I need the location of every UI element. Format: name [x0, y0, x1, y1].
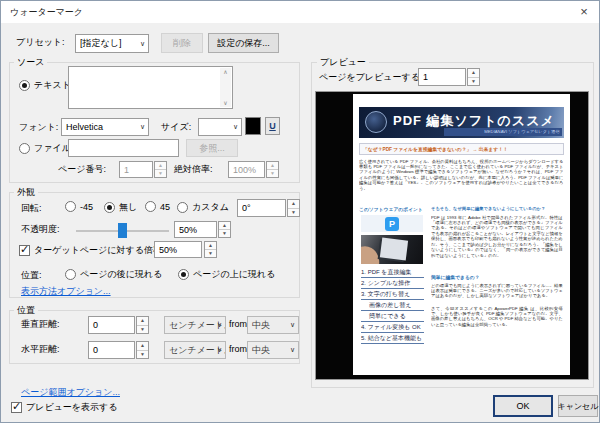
- size-label: サイズ:: [161, 122, 191, 133]
- vertical-unit-select[interactable]: センチメートル ∨: [164, 316, 226, 334]
- spin-down-icon[interactable]: ▼: [219, 229, 230, 237]
- checkbox-icon: ✓: [19, 245, 30, 256]
- opacity-slider-thumb[interactable]: [118, 223, 127, 238]
- above-page-radio[interactable]: ページの上に現れる: [178, 268, 275, 281]
- close-icon[interactable]: ×: [575, 3, 593, 21]
- spin-down-icon[interactable]: ▼: [155, 169, 166, 177]
- font-label: フォント:: [19, 122, 58, 133]
- vertical-distance-label: 垂直距離:: [21, 319, 60, 330]
- spin-up-icon[interactable]: ▲: [155, 162, 166, 169]
- underline-button[interactable]: U: [265, 117, 280, 135]
- behind-page-radio[interactable]: ページの後に現れる: [65, 268, 162, 281]
- rotation-neg45-radio[interactable]: -45: [65, 201, 93, 212]
- list-item: 簡単にできる: [361, 311, 424, 322]
- watermark-text-input[interactable]: ∧ ∨: [68, 66, 233, 109]
- spin-up-icon[interactable]: ▲: [267, 162, 278, 169]
- page-headline-box: 「なぜ？PDF ファイルを直接編集できないの？」 → 出来ます！！: [359, 143, 564, 155]
- page-body-1: PDF は 1993 年に Adobe 社で開発されたファイル形式だ。特性は「環…: [431, 215, 563, 271]
- textarea-scrollbar[interactable]: ∧ ∨: [220, 68, 231, 107]
- file-path-input[interactable]: [68, 139, 179, 157]
- spin-down-icon[interactable]: ▼: [205, 249, 216, 257]
- vertical-distance-input[interactable]: 0: [88, 316, 135, 334]
- preset-label: プリセット:: [16, 37, 65, 48]
- spin-up-icon[interactable]: ▲: [468, 69, 479, 77]
- spin-down-icon[interactable]: ▼: [288, 208, 299, 217]
- position-group-label: 位置: [14, 305, 38, 315]
- save-settings-button[interactable]: 設定の保存...: [208, 33, 279, 53]
- rotation-custom-radio[interactable]: カスタム: [177, 201, 229, 214]
- abs-scale-label: 絶対倍率:: [174, 164, 213, 175]
- font-select[interactable]: Helvetica ∨: [61, 118, 149, 136]
- spin-up-icon[interactable]: ▲: [137, 342, 148, 350]
- preview-page-input[interactable]: 1: [418, 68, 466, 86]
- size-select[interactable]: ∨: [198, 118, 242, 136]
- page-body-2: どの環境でも同じように表示されずに困っているファイル…。結果は表示は簡単にできる…: [431, 283, 563, 303]
- opacity-input[interactable]: 50%: [174, 221, 217, 238]
- check-icon: ✓: [12, 400, 21, 413]
- preview-pane[interactable]: PDF 編集ソフトのススメ MEDIANAVI ソフトウェアセレクト通信 「なぜ…: [315, 91, 589, 380]
- text-radio[interactable]: テキスト:: [19, 79, 73, 92]
- page-banner: PDF 編集ソフトのススメ MEDIANAVI ソフトウェアセレクト通信: [359, 107, 564, 138]
- rotation-45-radio[interactable]: 45: [145, 201, 170, 212]
- ok-button[interactable]: OK: [493, 395, 553, 417]
- chevron-down-icon: ∨: [217, 321, 222, 329]
- target-scale-input[interactable]: 50%: [154, 241, 202, 258]
- chevron-down-icon: ∨: [290, 346, 295, 354]
- list-item: 3. 文字の打ち替え: [361, 289, 424, 300]
- horizontal-unit-select[interactable]: センチメートル ∨: [164, 341, 226, 359]
- source-group-label: ソース: [14, 57, 47, 67]
- checkbox-icon: ✓: [11, 402, 22, 413]
- page-number-input[interactable]: 1: [119, 161, 153, 178]
- file-radio[interactable]: ファイル:: [19, 142, 73, 155]
- spin-up-icon[interactable]: ▲: [288, 200, 299, 208]
- opacity-stepper[interactable]: ▲ ▼: [218, 221, 231, 238]
- app-logo-box: P: [361, 215, 423, 232]
- target-scale-checkbox[interactable]: ✓ ターゲットページに対する倍率: [19, 244, 162, 257]
- cancel-button[interactable]: キャンセル: [558, 395, 598, 417]
- check-icon: ✓: [20, 243, 29, 256]
- appearance-group-label: 外観: [14, 187, 38, 197]
- page-number-label: ページ番号:: [58, 164, 106, 175]
- layer-position-label: 位置:: [21, 270, 42, 281]
- page-number-stepper[interactable]: ▲ ▼: [154, 161, 167, 178]
- rotation-angle-stepper[interactable]: ▲ ▼: [287, 199, 300, 217]
- spin-down-icon[interactable]: ▼: [137, 350, 148, 359]
- horizontal-distance-input[interactable]: 0: [88, 341, 135, 359]
- spin-up-icon[interactable]: ▲: [219, 222, 230, 229]
- rotation-angle-input[interactable]: 0°: [237, 199, 286, 217]
- target-scale-stepper[interactable]: ▲ ▼: [204, 241, 217, 258]
- chevron-down-icon: ∨: [217, 346, 222, 354]
- display-options-link[interactable]: 表示方法オプション...: [21, 285, 111, 298]
- horizontal-origin-select[interactable]: 中央 ∨: [247, 341, 299, 359]
- horizontal-distance-stepper[interactable]: ▲ ▼: [136, 341, 149, 359]
- preview-page-stepper[interactable]: ▲ ▼: [467, 68, 480, 86]
- delete-preset-button[interactable]: 削除: [161, 33, 203, 53]
- vertical-distance-stepper[interactable]: ▲ ▼: [136, 316, 149, 334]
- window-title: ウォーターマーク: [10, 6, 83, 19]
- spin-down-icon[interactable]: ▼: [267, 169, 278, 177]
- banner-logo-icon: [365, 111, 387, 133]
- banner-subtitle: MEDIANAVI ソフトウェアセレクト通信: [485, 129, 560, 135]
- scroll-up-icon[interactable]: ∧: [220, 68, 231, 76]
- spin-up-icon[interactable]: ▲: [205, 242, 216, 249]
- preview-page-label: ページをプレビューする:: [319, 72, 422, 83]
- font-color-swatch[interactable]: [245, 117, 261, 135]
- spin-up-icon[interactable]: ▲: [137, 317, 148, 325]
- page-heading-1: そもそも、なぜ簡単に編集できないようにしているのか？: [431, 206, 545, 212]
- abs-scale-input[interactable]: 100%: [228, 161, 265, 178]
- show-preview-checkbox[interactable]: ✓ プレビューを表示する: [11, 401, 117, 414]
- app-logo-icon: P: [385, 217, 399, 231]
- abs-scale-stepper[interactable]: ▲ ▼: [266, 161, 279, 178]
- radio-dot-icon: [19, 143, 30, 154]
- page-range-options-link[interactable]: ページ範囲オプション...: [21, 386, 120, 399]
- spin-down-icon[interactable]: ▼: [137, 325, 148, 334]
- spin-down-icon[interactable]: ▼: [468, 77, 479, 86]
- vertical-origin-select[interactable]: 中央 ∨: [247, 316, 299, 334]
- list-item: 5. 結合など基本機能も: [361, 333, 424, 344]
- browse-button[interactable]: 参照...: [186, 139, 238, 157]
- preset-select[interactable]: [指定なし] ∨: [75, 34, 149, 53]
- page-heading-2: 簡単に編集できるの？: [431, 274, 480, 281]
- scroll-down-icon[interactable]: ∨: [220, 99, 231, 107]
- rotation-none-radio[interactable]: 無し: [104, 201, 137, 214]
- radio-dot-icon: [145, 201, 156, 212]
